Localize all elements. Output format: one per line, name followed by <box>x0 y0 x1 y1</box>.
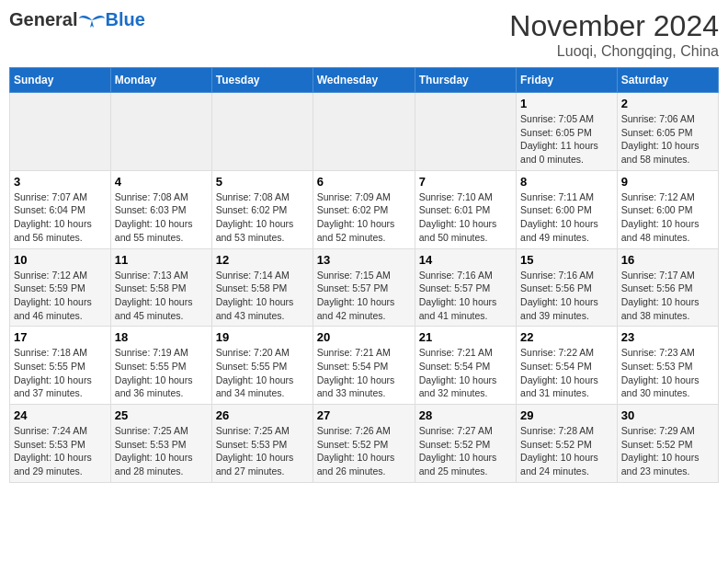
day-info: Sunrise: 7:25 AM Sunset: 5:53 PM Dayligh… <box>115 424 208 478</box>
day-number: 20 <box>317 330 411 344</box>
day-number: 6 <box>317 175 411 189</box>
day-number: 1 <box>520 97 613 110</box>
day-info: Sunrise: 7:21 AM Sunset: 5:54 PM Dayligh… <box>419 346 512 400</box>
calendar-cell: 21Sunrise: 7:21 AM Sunset: 5:54 PM Dayli… <box>415 327 516 405</box>
calendar-table: SundayMondayTuesdayWednesdayThursdayFrid… <box>9 67 719 483</box>
weekday-header-thursday: Thursday <box>415 68 516 93</box>
day-info: Sunrise: 7:22 AM Sunset: 5:54 PM Dayligh… <box>520 346 613 400</box>
calendar-cell: 11Sunrise: 7:13 AM Sunset: 5:58 PM Dayli… <box>110 248 211 327</box>
calendar-cell: 19Sunrise: 7:20 AM Sunset: 5:55 PM Dayli… <box>211 327 313 405</box>
day-info: Sunrise: 7:06 AM Sunset: 6:05 PM Dayligh… <box>621 112 714 167</box>
calendar-cell <box>415 93 516 171</box>
day-number: 17 <box>14 330 107 344</box>
weekday-header-wednesday: Wednesday <box>313 68 415 93</box>
day-number: 21 <box>419 330 512 344</box>
day-number: 7 <box>419 175 512 189</box>
day-info: Sunrise: 7:17 AM Sunset: 5:56 PM Dayligh… <box>621 269 714 323</box>
weekday-header-saturday: Saturday <box>617 68 718 93</box>
day-info: Sunrise: 7:19 AM Sunset: 5:55 PM Dayligh… <box>115 346 208 400</box>
calendar-cell: 9Sunrise: 7:12 AM Sunset: 6:00 PM Daylig… <box>617 170 718 248</box>
day-info: Sunrise: 7:09 AM Sunset: 6:02 PM Dayligh… <box>317 190 411 245</box>
logo-bird-icon <box>79 11 105 29</box>
calendar-cell: 3Sunrise: 7:07 AM Sunset: 6:04 PM Daylig… <box>10 170 111 248</box>
day-number: 26 <box>216 408 309 422</box>
calendar-cell: 26Sunrise: 7:25 AM Sunset: 5:53 PM Dayli… <box>211 405 313 483</box>
day-info: Sunrise: 7:25 AM Sunset: 5:53 PM Dayligh… <box>216 424 309 478</box>
day-info: Sunrise: 7:28 AM Sunset: 5:52 PM Dayligh… <box>520 424 613 478</box>
day-info: Sunrise: 7:16 AM Sunset: 5:57 PM Dayligh… <box>419 269 512 323</box>
day-info: Sunrise: 7:10 AM Sunset: 6:01 PM Dayligh… <box>419 190 512 245</box>
day-number: 15 <box>520 253 613 267</box>
calendar-cell: 18Sunrise: 7:19 AM Sunset: 5:55 PM Dayli… <box>110 327 211 405</box>
day-info: Sunrise: 7:18 AM Sunset: 5:55 PM Dayligh… <box>14 346 107 400</box>
month-title: November 2024 <box>509 9 719 43</box>
calendar-cell <box>10 93 111 171</box>
day-info: Sunrise: 7:23 AM Sunset: 5:53 PM Dayligh… <box>621 346 714 400</box>
calendar-cell: 27Sunrise: 7:26 AM Sunset: 5:52 PM Dayli… <box>313 405 415 483</box>
calendar-cell: 25Sunrise: 7:25 AM Sunset: 5:53 PM Dayli… <box>110 405 211 483</box>
day-number: 5 <box>216 175 309 189</box>
day-number: 25 <box>115 408 208 422</box>
day-number: 19 <box>216 330 309 344</box>
weekday-header-sunday: Sunday <box>10 68 111 93</box>
day-number: 30 <box>621 408 714 422</box>
day-number: 29 <box>520 408 613 422</box>
page-header: General Blue November 2024 Luoqi, Chongq… <box>9 9 719 60</box>
calendar-cell <box>110 93 211 171</box>
day-number: 18 <box>115 330 208 344</box>
calendar-cell <box>313 93 415 171</box>
calendar-cell: 6Sunrise: 7:09 AM Sunset: 6:02 PM Daylig… <box>313 170 415 248</box>
logo-general-text: General <box>9 9 77 30</box>
day-info: Sunrise: 7:20 AM Sunset: 5:55 PM Dayligh… <box>216 346 309 400</box>
calendar-week-row: 1Sunrise: 7:05 AM Sunset: 6:05 PM Daylig… <box>10 93 719 171</box>
day-info: Sunrise: 7:05 AM Sunset: 6:05 PM Dayligh… <box>520 112 613 167</box>
calendar-cell: 24Sunrise: 7:24 AM Sunset: 5:53 PM Dayli… <box>10 405 111 483</box>
calendar-cell: 12Sunrise: 7:14 AM Sunset: 5:58 PM Dayli… <box>211 248 313 327</box>
calendar-cell: 8Sunrise: 7:11 AM Sunset: 6:00 PM Daylig… <box>517 170 618 248</box>
calendar-cell: 1Sunrise: 7:05 AM Sunset: 6:05 PM Daylig… <box>517 93 618 171</box>
calendar-week-row: 3Sunrise: 7:07 AM Sunset: 6:04 PM Daylig… <box>10 170 719 248</box>
day-info: Sunrise: 7:26 AM Sunset: 5:52 PM Dayligh… <box>317 424 411 478</box>
calendar-cell: 30Sunrise: 7:29 AM Sunset: 5:52 PM Dayli… <box>617 405 718 483</box>
day-number: 14 <box>419 253 512 267</box>
day-number: 9 <box>621 175 714 189</box>
location-text: Luoqi, Chongqing, China <box>509 43 719 60</box>
calendar-cell: 14Sunrise: 7:16 AM Sunset: 5:57 PM Dayli… <box>415 248 516 327</box>
day-info: Sunrise: 7:12 AM Sunset: 6:00 PM Dayligh… <box>621 190 714 245</box>
calendar-cell: 28Sunrise: 7:27 AM Sunset: 5:52 PM Dayli… <box>415 405 516 483</box>
day-info: Sunrise: 7:13 AM Sunset: 5:58 PM Dayligh… <box>115 269 208 323</box>
day-number: 27 <box>317 408 411 422</box>
calendar-week-row: 10Sunrise: 7:12 AM Sunset: 5:59 PM Dayli… <box>10 248 719 327</box>
calendar-cell: 13Sunrise: 7:15 AM Sunset: 5:57 PM Dayli… <box>313 248 415 327</box>
calendar-cell: 22Sunrise: 7:22 AM Sunset: 5:54 PM Dayli… <box>517 327 618 405</box>
calendar-cell: 5Sunrise: 7:08 AM Sunset: 6:02 PM Daylig… <box>211 170 313 248</box>
day-info: Sunrise: 7:29 AM Sunset: 5:52 PM Dayligh… <box>621 424 714 478</box>
calendar-cell: 10Sunrise: 7:12 AM Sunset: 5:59 PM Dayli… <box>10 248 111 327</box>
calendar-cell: 4Sunrise: 7:08 AM Sunset: 6:03 PM Daylig… <box>110 170 211 248</box>
day-number: 8 <box>520 175 613 189</box>
weekday-header-row: SundayMondayTuesdayWednesdayThursdayFrid… <box>10 68 719 93</box>
calendar-cell: 29Sunrise: 7:28 AM Sunset: 5:52 PM Dayli… <box>517 405 618 483</box>
day-number: 22 <box>520 330 613 344</box>
day-number: 4 <box>115 175 208 189</box>
day-info: Sunrise: 7:21 AM Sunset: 5:54 PM Dayligh… <box>317 346 411 400</box>
calendar-cell: 7Sunrise: 7:10 AM Sunset: 6:01 PM Daylig… <box>415 170 516 248</box>
weekday-header-monday: Monday <box>110 68 211 93</box>
calendar-week-row: 24Sunrise: 7:24 AM Sunset: 5:53 PM Dayli… <box>10 405 719 483</box>
logo: General Blue <box>9 9 145 30</box>
day-info: Sunrise: 7:11 AM Sunset: 6:00 PM Dayligh… <box>520 190 613 245</box>
calendar-cell: 23Sunrise: 7:23 AM Sunset: 5:53 PM Dayli… <box>617 327 718 405</box>
logo-blue-text: Blue <box>105 9 144 30</box>
day-info: Sunrise: 7:27 AM Sunset: 5:52 PM Dayligh… <box>419 424 512 478</box>
day-info: Sunrise: 7:16 AM Sunset: 5:56 PM Dayligh… <box>520 269 613 323</box>
day-info: Sunrise: 7:24 AM Sunset: 5:53 PM Dayligh… <box>14 424 107 478</box>
day-number: 16 <box>621 253 714 267</box>
day-number: 10 <box>14 253 107 267</box>
calendar-cell: 15Sunrise: 7:16 AM Sunset: 5:56 PM Dayli… <box>517 248 618 327</box>
calendar-cell: 20Sunrise: 7:21 AM Sunset: 5:54 PM Dayli… <box>313 327 415 405</box>
day-number: 28 <box>419 408 512 422</box>
day-info: Sunrise: 7:14 AM Sunset: 5:58 PM Dayligh… <box>216 269 309 323</box>
day-number: 3 <box>14 175 107 189</box>
day-info: Sunrise: 7:08 AM Sunset: 6:02 PM Dayligh… <box>216 190 309 245</box>
calendar-week-row: 17Sunrise: 7:18 AM Sunset: 5:55 PM Dayli… <box>10 327 719 405</box>
